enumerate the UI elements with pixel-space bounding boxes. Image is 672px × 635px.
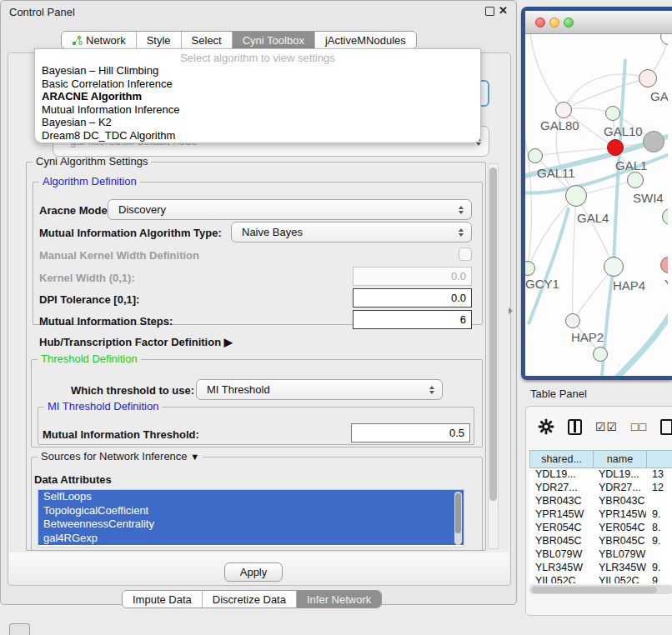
network-node-gal4[interactable] bbox=[565, 185, 587, 207]
network-node-gal[interactable] bbox=[639, 69, 657, 88]
dropdown-item[interactable]: Bayesian – K2 bbox=[35, 116, 480, 129]
which-threshold-combo[interactable]: MI Threshold bbox=[196, 379, 443, 400]
dropdown-item[interactable]: Mutual Information Inference bbox=[35, 103, 480, 117]
mi-threshold-field[interactable]: 0.5 bbox=[351, 423, 470, 442]
tab-jactivemnodules[interactable]: jActiveMNodules bbox=[315, 32, 416, 48]
network-node-swi4[interactable] bbox=[627, 172, 644, 188]
dpi-tolerance-label: DPI Tolerance [0,1]: bbox=[39, 293, 139, 306]
close-traffic-light[interactable] bbox=[535, 18, 545, 28]
table-panel-card: ☑☑ □□ shared...name YDL19...YDL19...13YD… bbox=[525, 406, 672, 616]
dropdown-item[interactable]: ARACNE Algorithm bbox=[35, 90, 480, 103]
manual-kernel-label: Manual Kernel Width Definition bbox=[39, 249, 199, 262]
table-cell bbox=[646, 548, 672, 562]
control-panel-window: Control Panel ✕ NetworkStyleSelectCyni T… bbox=[0, 0, 517, 605]
dropdown-item[interactable]: Bayesian – Hill Climbing bbox=[35, 64, 480, 78]
attribute-item[interactable]: SelfLoops bbox=[38, 490, 464, 504]
aracne-mode-combo[interactable]: Discovery bbox=[108, 199, 472, 220]
tab-style[interactable]: Style bbox=[137, 32, 182, 48]
attribute-item[interactable]: gal4RGexp bbox=[38, 532, 464, 546]
network-node[interactable] bbox=[593, 347, 608, 362]
tab-discretize-data[interactable]: Discretize Data bbox=[203, 591, 297, 608]
table-row[interactable]: YDL19...YDL19...13 bbox=[529, 468, 672, 482]
hub-section-toggle[interactable]: Hub/Transcription Factor Definition ▶ bbox=[39, 336, 233, 348]
minimize-traffic-light[interactable] bbox=[549, 18, 559, 28]
column-header[interactable] bbox=[646, 450, 672, 468]
table-row[interactable]: YDR27...YDR27...12 bbox=[529, 482, 672, 495]
table-cell: YBR043C bbox=[593, 495, 646, 508]
tab-impute-data[interactable]: Impute Data bbox=[123, 591, 203, 608]
tab-cyni-toolbox[interactable]: Cyni Toolbox bbox=[233, 32, 315, 48]
table-row[interactable]: YPR145WYPR145W9. bbox=[529, 508, 672, 522]
which-threshold-value: MI Threshold bbox=[207, 383, 270, 396]
table-row[interactable]: YLR345WYLR345W9. bbox=[529, 562, 672, 575]
attribute-item[interactable]: BetweennessCentrality bbox=[38, 518, 464, 532]
tab-network[interactable]: Network bbox=[62, 32, 137, 48]
table-row[interactable]: YBR045CYBR045C9. bbox=[529, 535, 672, 548]
zoom-traffic-light[interactable] bbox=[564, 18, 574, 28]
node-label: GAL80 bbox=[540, 118, 579, 132]
settings-scrollbar[interactable] bbox=[488, 163, 499, 549]
dropdown-items: Bayesian – Hill ClimbingBasic Correlatio… bbox=[35, 64, 480, 142]
table-cell: YLR345W bbox=[593, 562, 646, 575]
network-window-titlebar[interactable] bbox=[525, 11, 672, 34]
columns-icon[interactable] bbox=[568, 419, 582, 435]
sources-toggle[interactable]: Sources for Network Inference ▼ bbox=[38, 451, 203, 462]
table-row[interactable]: YER054CYER054C8. bbox=[529, 522, 672, 535]
combo-arrows-icon bbox=[459, 228, 464, 237]
table-row[interactable]: YBR043CYBR043C bbox=[529, 495, 672, 508]
tab-label: jActiveMNodules bbox=[325, 34, 406, 47]
network-canvas[interactable]: GALGAL80GAL10GAL1GAL11SWI4GAL4GCY1HAP4YH… bbox=[525, 34, 668, 376]
gear-icon[interactable] bbox=[538, 418, 554, 435]
sources-title: Sources for Network Inference bbox=[41, 450, 188, 462]
table-cell: 12 bbox=[646, 482, 672, 495]
table-cell: YER054C bbox=[529, 522, 593, 535]
manual-kernel-checkbox[interactable] bbox=[459, 248, 472, 261]
network-node[interactable] bbox=[643, 131, 664, 152]
dpi-tolerance-field[interactable]: 0.0 bbox=[353, 288, 472, 308]
network-node-hap4[interactable] bbox=[604, 257, 624, 277]
tab-label: Style bbox=[147, 34, 171, 47]
deselect-all-checkboxes-icon[interactable]: □□ bbox=[631, 420, 647, 433]
close-icon[interactable]: ✕ bbox=[499, 4, 508, 17]
apply-button[interactable]: Apply bbox=[224, 562, 283, 582]
combo-arrows-icon bbox=[429, 386, 434, 394]
tab-select[interactable]: Select bbox=[182, 32, 233, 48]
dropdown-item[interactable]: Basic Correlation Inference bbox=[35, 78, 480, 91]
node-label: GAL1 bbox=[615, 158, 647, 172]
table-body: YDL19...YDL19...13YDR27...YDR27...12YBR0… bbox=[529, 468, 672, 583]
document-icon[interactable] bbox=[660, 419, 672, 435]
mi-type-combo[interactable]: Naive Bayes bbox=[231, 222, 472, 242]
node-label: SWI4 bbox=[633, 191, 664, 205]
data-attributes-list: SelfLoopsTopologicalCoefficientBetweenne… bbox=[38, 489, 464, 548]
kernel-width-field[interactable]: 0.0 bbox=[353, 267, 472, 286]
network-node-gal80[interactable] bbox=[555, 102, 572, 118]
data-attributes-label: Data Attributes bbox=[34, 473, 112, 486]
attributes-scrollbar[interactable] bbox=[454, 492, 462, 545]
node-label: GCY1 bbox=[525, 277, 559, 291]
table-row[interactable]: YBL079WYBL079W bbox=[529, 548, 672, 562]
column-header[interactable]: name bbox=[593, 450, 646, 468]
split-pane-handle-icon[interactable] bbox=[509, 308, 513, 314]
node-label: GAL10 bbox=[604, 124, 643, 138]
corner-button[interactable] bbox=[9, 623, 30, 635]
tab-label: Infer Network bbox=[307, 593, 371, 606]
select-all-checkboxes-icon[interactable]: ☑☑ bbox=[595, 420, 618, 433]
node-table: shared...name YDL19...YDL19...13YDR27...… bbox=[529, 450, 672, 583]
control-panel-title: Control Panel bbox=[9, 6, 75, 18]
table-cell: 9 bbox=[646, 575, 672, 583]
column-header[interactable]: shared... bbox=[529, 450, 593, 468]
combo-arrows-icon bbox=[459, 206, 464, 214]
network-node-gal11[interactable] bbox=[528, 148, 543, 163]
node-label: Y bbox=[664, 277, 668, 291]
attribute-item[interactable]: TopologicalCoefficient bbox=[38, 504, 464, 518]
table-horizontal-scrollbar[interactable] bbox=[529, 585, 672, 594]
network-node-gal1[interactable] bbox=[607, 139, 624, 156]
network-node-hap2[interactable] bbox=[565, 313, 580, 328]
float-window-icon[interactable] bbox=[485, 7, 494, 16]
dropdown-item[interactable]: Dream8 DC_TDC Algorithm bbox=[35, 129, 480, 142]
network-node-gal10[interactable] bbox=[605, 106, 620, 121]
tab-infer-network[interactable]: Infer Network bbox=[297, 591, 381, 608]
node-label: GAL bbox=[650, 89, 668, 103]
table-row[interactable]: YIL052CYIL052C9 bbox=[529, 575, 672, 583]
mi-steps-field[interactable]: 6 bbox=[353, 310, 472, 329]
